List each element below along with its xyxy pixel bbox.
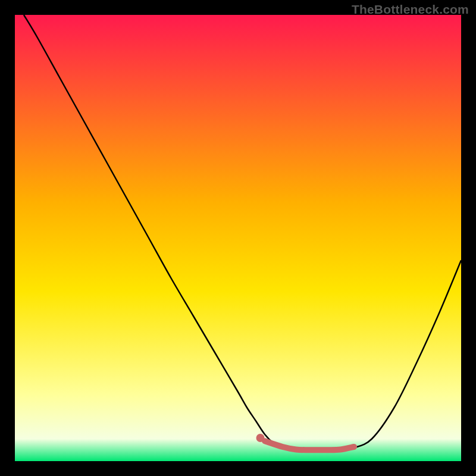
gradient-background: [15, 15, 461, 461]
chart-svg: [15, 15, 461, 461]
chart-frame: TheBottleneck.com: [0, 0, 476, 476]
watermark-text: TheBottleneck.com: [352, 2, 469, 17]
optimal-start-dot: [256, 434, 265, 442]
plot-area: [15, 15, 461, 461]
